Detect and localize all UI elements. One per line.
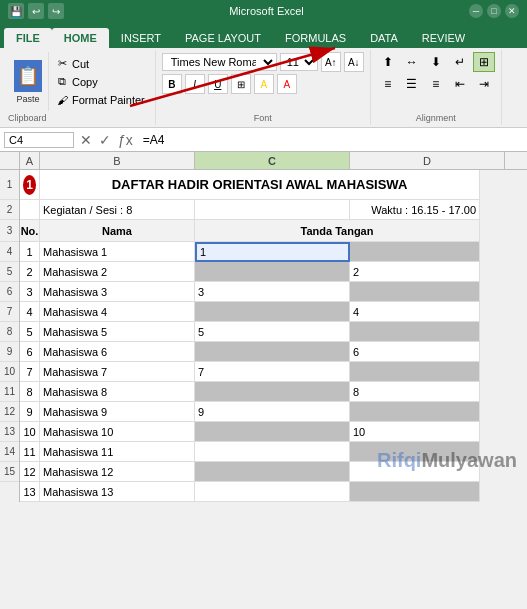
confirm-formula-button[interactable]: ✓ xyxy=(97,132,113,148)
cell-c4[interactable]: 1 xyxy=(195,242,350,262)
cell-c8[interactable]: 5 xyxy=(195,322,350,342)
save-icon[interactable]: 💾 xyxy=(8,3,24,19)
cell-d5[interactable]: 2 xyxy=(350,262,480,282)
cell-b6[interactable]: Mahasiswa 3 xyxy=(40,282,195,302)
decrease-font-button[interactable]: A↓ xyxy=(344,52,364,72)
cell-a8[interactable]: 5 xyxy=(20,322,40,342)
cell-b10[interactable]: Mahasiswa 7 xyxy=(40,362,195,382)
cell-b1-merged[interactable]: DAFTAR HADIR ORIENTASI AWAL MAHASISWA xyxy=(40,170,480,200)
cell-d11[interactable]: 8 xyxy=(350,382,480,402)
tab-home[interactable]: HOME xyxy=(52,28,109,48)
cell-c5[interactable] xyxy=(195,262,350,282)
maximize-button[interactable]: □ xyxy=(487,4,501,18)
cell-c15[interactable] xyxy=(195,462,350,482)
cell-a4[interactable]: 1 xyxy=(20,242,40,262)
tab-review[interactable]: REVIEW xyxy=(410,28,477,48)
cell-c14[interactable] xyxy=(195,442,350,462)
increase-font-button[interactable]: A↑ xyxy=(321,52,341,72)
underline-button[interactable]: U xyxy=(208,74,228,94)
cell-b13[interactable]: Mahasiswa 10 xyxy=(40,422,195,442)
col-header-a[interactable]: A xyxy=(20,152,40,169)
cell-a14[interactable]: 11 xyxy=(20,442,40,462)
format-painter-button[interactable]: 🖌 Format Painter xyxy=(53,92,147,108)
cell-a10[interactable]: 7 xyxy=(20,362,40,382)
cell-d12[interactable] xyxy=(350,402,480,422)
copy-button[interactable]: ⧉ Copy xyxy=(53,74,147,90)
cell-cd3-tanda[interactable]: Tanda Tangan xyxy=(195,220,480,242)
cell-d10[interactable] xyxy=(350,362,480,382)
cell-b11[interactable]: Mahasiswa 8 xyxy=(40,382,195,402)
paste-button[interactable]: 📋 Paste xyxy=(8,52,49,111)
cell-d4[interactable] xyxy=(350,242,480,262)
cell-c11[interactable] xyxy=(195,382,350,402)
align-left-button[interactable]: ≡ xyxy=(377,74,399,94)
fill-color-button[interactable]: A xyxy=(254,74,274,94)
cell-a5[interactable]: 2 xyxy=(20,262,40,282)
insert-function-button[interactable]: ƒx xyxy=(116,132,135,148)
cell-d16[interactable] xyxy=(350,482,480,502)
merge-center-button[interactable]: ⊞ xyxy=(473,52,495,72)
decrease-indent-button[interactable]: ⇤ xyxy=(449,74,471,94)
cell-c7[interactable] xyxy=(195,302,350,322)
cell-b2[interactable]: Kegiatan / Sesi : 8 xyxy=(40,200,195,220)
cell-c16[interactable] xyxy=(195,482,350,502)
col-header-d[interactable]: D xyxy=(350,152,505,169)
cell-c13[interactable] xyxy=(195,422,350,442)
cell-d13[interactable]: 10 xyxy=(350,422,480,442)
italic-button[interactable]: I xyxy=(185,74,205,94)
cell-d6[interactable] xyxy=(350,282,480,302)
align-top-button[interactable]: ⬆ xyxy=(377,52,399,72)
cell-a3-no[interactable]: No. xyxy=(20,220,40,242)
align-center-button[interactable]: ☰ xyxy=(401,74,423,94)
cell-c2[interactable] xyxy=(195,200,350,220)
cell-a9[interactable]: 6 xyxy=(20,342,40,362)
cell-a7[interactable]: 4 xyxy=(20,302,40,322)
increase-indent-button[interactable]: ⇥ xyxy=(473,74,495,94)
cell-a2[interactable] xyxy=(20,200,40,220)
cell-b9[interactable]: Mahasiswa 6 xyxy=(40,342,195,362)
cell-a12[interactable]: 9 xyxy=(20,402,40,422)
tab-page-layout[interactable]: PAGE LAYOUT xyxy=(173,28,273,48)
cell-a11[interactable]: 8 xyxy=(20,382,40,402)
cell-a15[interactable]: 12 xyxy=(20,462,40,482)
align-middle-button[interactable]: ↔ xyxy=(401,52,423,72)
cell-b8[interactable]: Mahasiswa 5 xyxy=(40,322,195,342)
font-family-select[interactable]: Times New Roma xyxy=(162,53,277,71)
redo-icon[interactable]: ↪ xyxy=(48,3,64,19)
align-bottom-button[interactable]: ⬇ xyxy=(425,52,447,72)
cell-b4[interactable]: Mahasiswa 1 xyxy=(40,242,195,262)
cell-b5[interactable]: Mahasiswa 2 xyxy=(40,262,195,282)
cell-a6[interactable]: 3 xyxy=(20,282,40,302)
wrap-text-button[interactable]: ↵ xyxy=(449,52,471,72)
cell-c12[interactable]: 9 xyxy=(195,402,350,422)
cell-b7[interactable]: Mahasiswa 4 xyxy=(40,302,195,322)
cell-d2[interactable]: Waktu : 16.15 - 17.00 xyxy=(350,200,480,220)
font-size-select[interactable]: 11 xyxy=(280,53,318,71)
font-color-button[interactable]: A xyxy=(277,74,297,94)
cell-a13[interactable]: 10 xyxy=(20,422,40,442)
cell-b14[interactable]: Mahasiswa 11 xyxy=(40,442,195,462)
col-header-c[interactable]: C xyxy=(195,152,350,169)
tab-formulas[interactable]: FORMULAS xyxy=(273,28,358,48)
cell-a16[interactable]: 13 xyxy=(20,482,40,502)
minimize-button[interactable]: ─ xyxy=(469,4,483,18)
cell-a1[interactable]: 1 xyxy=(20,170,40,200)
cell-d9[interactable]: 6 xyxy=(350,342,480,362)
cell-b15[interactable]: Mahasiswa 12 xyxy=(40,462,195,482)
name-box[interactable] xyxy=(4,132,74,148)
cell-c10[interactable]: 7 xyxy=(195,362,350,382)
col-header-b[interactable]: B xyxy=(40,152,195,169)
cancel-formula-button[interactable]: ✕ xyxy=(78,132,94,148)
cell-d7[interactable]: 4 xyxy=(350,302,480,322)
cell-b16[interactable]: Mahasiswa 13 xyxy=(40,482,195,502)
cell-b3-nama[interactable]: Nama xyxy=(40,220,195,242)
close-button[interactable]: ✕ xyxy=(505,4,519,18)
formula-input[interactable] xyxy=(139,133,523,147)
bold-button[interactable]: B xyxy=(162,74,182,94)
cut-button[interactable]: ✂ Cut xyxy=(53,56,147,72)
tab-file[interactable]: FILE xyxy=(4,28,52,48)
cell-d8[interactable] xyxy=(350,322,480,342)
undo-icon[interactable]: ↩ xyxy=(28,3,44,19)
cell-b12[interactable]: Mahasiswa 9 xyxy=(40,402,195,422)
border-button[interactable]: ⊞ xyxy=(231,74,251,94)
